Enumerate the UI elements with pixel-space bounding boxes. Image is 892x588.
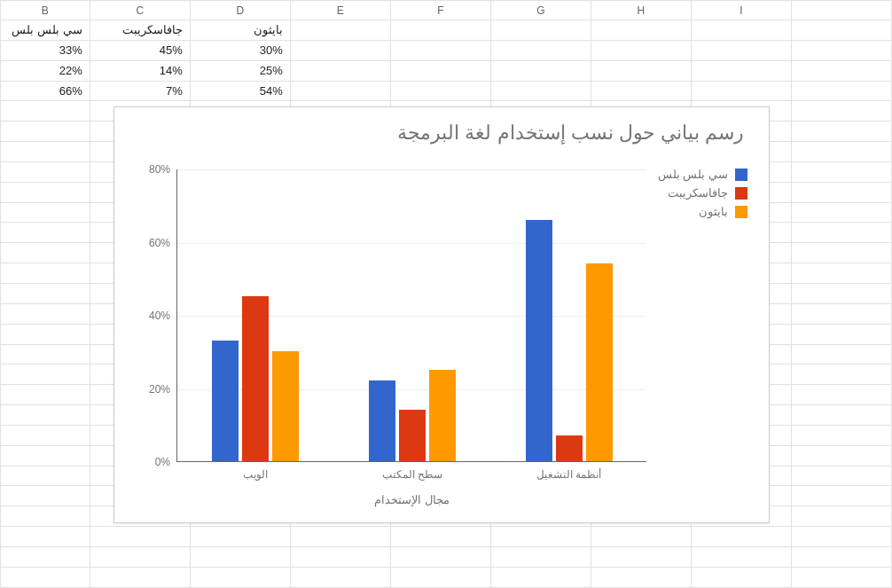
table-row: 66%7%54% [1,81,892,101]
legend-label: جافاسكريبت [668,186,728,200]
col-b-header[interactable]: B [1,1,90,20]
cell[interactable]: 66% [1,81,90,101]
chart-bar [586,263,613,461]
cell[interactable] [791,40,891,60]
cell[interactable] [591,60,691,81]
table-row: سي بلس بلسجافاسكريبتبايثون [1,20,892,41]
legend-swatch [735,187,747,200]
cell[interactable] [390,81,490,101]
cell[interactable] [290,20,390,41]
cell[interactable]: 25% [190,60,290,81]
col-d-header[interactable]: D [190,1,290,20]
legend-item: سي بلس بلس [658,168,747,181]
cell[interactable]: 22% [1,60,90,81]
legend-label: سي بلس بلس [658,168,728,181]
chart-bar [369,380,395,461]
x-tick-label: أنظمة التشغيل [536,468,601,481]
chart-container[interactable]: رسم بياني حول نسب إستخدام لغة البرمجة سي… [113,106,770,523]
cell[interactable] [490,60,591,81]
y-tick-label: 20% [149,383,170,396]
cell[interactable] [791,81,891,101]
cell[interactable] [691,40,791,60]
cell[interactable]: 33% [1,40,90,60]
y-tick-label: 60% [149,237,170,249]
chart-bar [272,351,299,461]
cell[interactable]: سي بلس بلس [1,20,90,41]
chart-plot-area: مجال الإستخدام 0%20%40%60%80%الويبسطح ال… [176,169,646,462]
cell[interactable] [591,20,691,41]
chart-bar [526,220,552,461]
cell[interactable]: 54% [190,81,290,101]
cell[interactable] [791,60,891,81]
cell[interactable]: 14% [90,60,190,81]
cell[interactable] [490,40,591,60]
cell[interactable] [290,81,390,101]
legend-swatch [735,169,747,181]
cell[interactable]: 45% [90,40,190,60]
chart-title: رسم بياني حول نسب إستخدام لغة البرمجة [397,122,744,145]
column-header-row: B C D E F G H I [1,1,892,20]
cell[interactable] [591,40,691,60]
table-row: 22%14%25% [1,60,892,81]
x-tick-label: سطح المكتب [382,468,442,481]
cell[interactable] [390,20,490,41]
cell[interactable] [390,60,490,81]
cell[interactable] [290,60,390,81]
legend-item: جافاسكريبت [658,186,747,200]
chart-bar [556,435,583,461]
cell[interactable]: جافاسكريبت [90,20,190,41]
cell[interactable]: 30% [190,40,290,60]
y-tick-label: 0% [155,456,170,468]
col-g-header[interactable]: G [490,1,591,20]
col-h-header[interactable]: H [591,1,691,20]
x-tick-label: الويب [243,468,268,481]
legend-swatch [735,206,747,218]
chart-bar [242,296,269,461]
legend-item: بايثون [658,205,747,218]
col-e-header[interactable]: E [290,1,390,20]
col-c-header[interactable]: C [90,1,190,20]
table-row: 33%45%30% [1,40,892,60]
chart-bar [429,370,456,461]
cell[interactable] [691,20,791,41]
cell[interactable] [290,40,390,60]
y-tick-label: 80% [149,163,170,176]
cell[interactable] [791,20,891,41]
cell[interactable]: 7% [90,81,190,101]
chart-bar [399,410,426,461]
cell[interactable] [490,81,591,101]
chart-legend: سي بلس بلسجافاسكريبتبايثون [658,168,747,223]
cell[interactable] [390,40,490,60]
y-tick-label: 40% [149,310,170,322]
cell[interactable] [691,60,791,81]
chart-bar [212,341,239,461]
cell[interactable] [490,20,591,41]
cell[interactable] [591,81,691,101]
cell[interactable]: بايثون [190,20,290,41]
col-f-header[interactable]: F [390,1,490,20]
legend-label: بايثون [699,205,728,218]
col-i-header[interactable]: I [691,1,791,20]
cell[interactable] [691,81,791,101]
chart-xlabel: مجال الإستخدام [374,493,450,506]
